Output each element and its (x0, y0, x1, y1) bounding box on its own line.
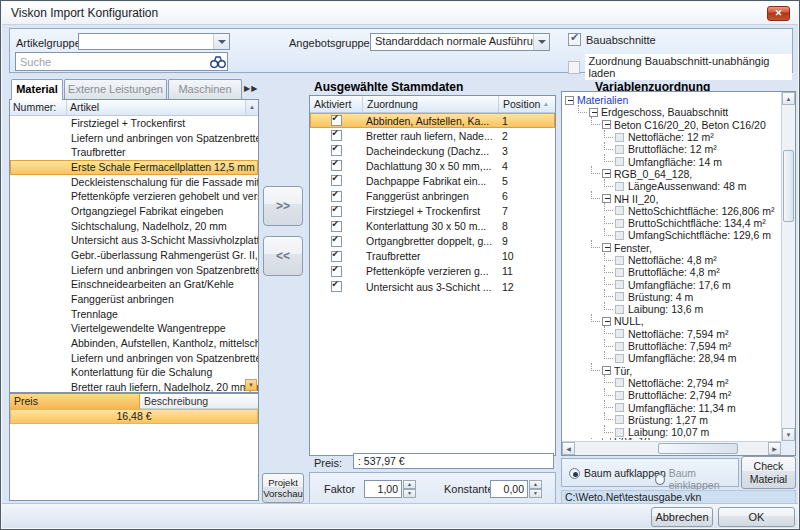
artikel-list-item[interactable]: Liefern und anbringen von Spatzenbretter… (10, 351, 258, 366)
artikel-list-item[interactable]: Sichtschalung, Nadelholz, 20 mm (10, 219, 258, 234)
tree-node-checkbox[interactable] (615, 231, 624, 240)
radio-unselected-icon[interactable] (655, 474, 665, 485)
tree-node[interactable]: Tür, (565, 365, 780, 377)
remove-from-selection-button[interactable]: << (263, 236, 303, 276)
tree-expander-icon[interactable] (602, 317, 611, 326)
faktor-value[interactable]: 1,00 (364, 480, 402, 498)
stammdaten-row[interactable]: ✔Dacheindeckung (Dachz...3 (310, 143, 555, 158)
tree-expander-icon[interactable] (602, 366, 611, 375)
column-header-zuordnung[interactable]: Zuordnung (362, 96, 498, 112)
artikel-list-item[interactable]: Konterlattung für die Schalung (10, 365, 258, 380)
stammdaten-row[interactable]: ✔Ortgangbretter doppelt, g...9 (310, 234, 555, 249)
ok-button[interactable]: OK (718, 507, 795, 527)
tree-expander-icon[interactable] (602, 194, 611, 203)
stammdaten-row[interactable]: ✔Abbinden, Aufstellen, Ka...1 (310, 113, 555, 128)
tree-node-checkbox[interactable] (615, 391, 624, 400)
scroll-up-icon[interactable]: ▲ (245, 100, 258, 115)
artikel-list-item[interactable]: Abbinden, Aufstellen, Kantholz, mittelsc… (10, 336, 258, 351)
tree-node[interactable]: Nettofläche: 4,8 m² (565, 254, 780, 266)
search-input[interactable] (15, 52, 228, 71)
row-checkbox[interactable]: ✔ (331, 130, 342, 141)
scroll-down-icon[interactable]: ▼ (782, 428, 795, 441)
cancel-button[interactable]: Abbrechen (651, 507, 713, 527)
tree-node[interactable]: Umfangfläche: 11,34 m (565, 401, 780, 413)
tree-node[interactable]: NULL, (565, 315, 780, 327)
scroll-right-icon[interactable]: ▶ (768, 442, 781, 455)
tree-node[interactable]: Nettofläche: 2,794 m² (565, 377, 780, 389)
scroll-left-icon[interactable]: ◀ (562, 442, 575, 455)
tab-maschinen[interactable]: Maschinen (168, 79, 242, 99)
tree-node[interactable]: BruttoSchichtfläche: 134,4 m² (565, 217, 780, 229)
tree-node-checkbox[interactable] (615, 280, 624, 289)
tree-node[interactable]: NettoSchichtfläche: 126,806 m² (565, 205, 780, 217)
artikel-list-item[interactable]: Deckleistenschalung für die Fassade mit … (10, 175, 258, 190)
tree-node[interactable]: Nettofläche: 7,594 m² (565, 328, 780, 340)
tree-node-checkbox[interactable] (615, 403, 624, 412)
artikel-list-item[interactable]: Ortgangziegel Fabrikat eingeben (10, 204, 258, 219)
stammdaten-row[interactable]: ✔Untersicht aus 3-Schicht ...12 (310, 279, 555, 294)
angebotsgruppe-combobox[interactable]: Standarddach normale Ausführung (370, 33, 550, 51)
bauabschnitte-checkbox[interactable]: ✔ Bauabschnitte (568, 33, 656, 46)
tree-node[interactable]: Beton C16/20_20, Beton C16/20 (565, 119, 780, 131)
tree-node-checkbox[interactable] (615, 354, 624, 363)
stammdaten-row[interactable]: ✔Traufbretter10 (310, 249, 555, 264)
artikel-list-item[interactable]: Bretter rauh liefern, Nadelholz, 20 mm, … (10, 380, 258, 393)
tree-node[interactable]: Bruttofläche: 7,594 m² (565, 340, 780, 352)
row-checkbox[interactable]: ✔ (331, 145, 342, 156)
beschreibung-column-header[interactable]: Beschreibung (140, 394, 258, 409)
zuordnung-checkbox[interactable]: Zuordnung Bauabschnitt-unabhängig laden (568, 54, 792, 80)
artikel-list-item[interactable]: Liefern und anbringen von Spatzenbretter… (10, 263, 258, 278)
tree-node[interactable]: Fenster, (565, 242, 780, 254)
tree-node[interactable]: Bruttofläche: 12 m² (565, 143, 780, 155)
tree-node-checkbox[interactable] (615, 428, 624, 437)
row-checkbox[interactable]: ✔ (331, 236, 342, 247)
row-checkbox[interactable]: ✔ (331, 281, 342, 292)
scrollbar-thumb[interactable] (658, 443, 738, 454)
tree-node[interactable]: RGB_0_64_128, (565, 168, 780, 180)
column-header-position[interactable]: Position (498, 96, 543, 112)
konstante-value[interactable]: 0,00 (490, 480, 528, 498)
artikel-list-item[interactable]: Fanggerüst anbringen (10, 292, 258, 307)
tree-expander-icon[interactable] (602, 243, 611, 252)
row-checkbox[interactable]: ✔ (331, 251, 342, 262)
faktor-spinner[interactable]: 1,00 ▲ ▼ (364, 480, 416, 498)
artikel-list-item[interactable]: Trennlage (10, 307, 258, 322)
scroll-up-icon[interactable]: ▲ (782, 92, 795, 105)
tree-node[interactable]: Nettofläche: 12 m² (565, 131, 780, 143)
projekt-vorschau-button[interactable]: Projekt Vorschau (262, 473, 304, 503)
chevron-down-icon[interactable] (533, 34, 549, 50)
tab-scroll-right-icon[interactable]: ▶▶ (244, 84, 258, 93)
artikel-list-item[interactable]: Untersicht aus 3-Schicht Massivholzplatt… (10, 233, 258, 248)
artikel-list-item[interactable]: Viertelgewendelte Wangentreppe (10, 321, 258, 336)
tree-node[interactable]: S04_10, ... (565, 438, 780, 440)
tree-node[interactable]: Bruttofläche: 4,8 m² (565, 266, 780, 278)
stammdaten-row[interactable]: ✔Bretter rauh liefern, Nade...2 (310, 128, 555, 143)
tree-expander-icon[interactable] (589, 108, 598, 117)
artikel-list-item[interactable]: Firstziegel + Trockenfirst (10, 116, 258, 131)
add-to-selection-button[interactable]: >> (263, 186, 303, 226)
chevron-down-icon[interactable] (213, 34, 229, 49)
row-checkbox[interactable]: ✔ (331, 266, 342, 277)
grid-scroll-up-icon[interactable]: ▲ (543, 96, 555, 112)
tree-node-checkbox[interactable] (615, 305, 624, 314)
baum-aufklappen-radio[interactable]: Baum aufklappen (569, 467, 666, 479)
checkbox-box[interactable]: ✔ (568, 33, 581, 46)
tree-node[interactable]: Materialien (565, 94, 780, 106)
stammdaten-row[interactable]: ✔Dachpappe Fabrikat ein...5 (310, 173, 555, 188)
artikel-list-item[interactable]: Liefern und anbringen von Spatzenbretter… (10, 131, 258, 146)
artikelgruppe-combobox[interactable] (78, 33, 230, 50)
tree-node-checkbox[interactable] (615, 415, 624, 424)
column-header-nummer[interactable]: Nummer: (10, 100, 67, 115)
close-button[interactable]: ✕ (767, 6, 790, 21)
checkbox-box[interactable] (568, 61, 580, 74)
artikel-list-item[interactable]: Gebr.-überlassung Rahmengerüst Gr. II, A… (10, 248, 258, 263)
spin-down-icon[interactable]: ▼ (403, 489, 416, 498)
tree-vertical-scrollbar[interactable]: ▲ ▼ (781, 92, 795, 441)
tree-expander-icon[interactable] (565, 96, 574, 105)
spin-up-icon[interactable]: ▲ (529, 480, 542, 489)
row-checkbox[interactable]: ✔ (331, 191, 342, 202)
stammdaten-row[interactable]: ✔Firstziegel + Trockenfirst7 (310, 204, 555, 219)
preis-column-header[interactable]: Preis (10, 394, 140, 409)
tree-node-checkbox[interactable] (615, 145, 624, 154)
column-header-aktiviert[interactable]: Aktiviert (310, 96, 362, 112)
